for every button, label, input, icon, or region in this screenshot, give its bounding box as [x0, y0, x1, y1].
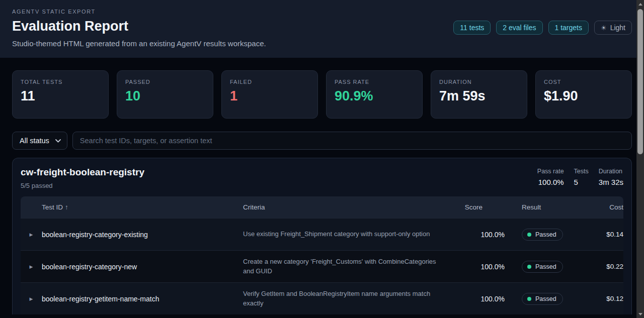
status-badge-label: Passed: [535, 231, 556, 238]
group-stats: Pass rate 100.0% Tests 5 Duration 3m 32s: [537, 167, 623, 186]
criteria-cell: Verify GetItem and BooleanRegistryItem n…: [243, 289, 449, 308]
stat-card-duration: DURATION 7m 59s: [431, 70, 527, 119]
targets-count-badge: 1 targets: [548, 21, 589, 35]
status-badge: Passed: [522, 293, 563, 305]
scroll-up-button[interactable]: [636, 0, 644, 8]
score-cell: 100.0%: [449, 231, 505, 239]
chevron-down-icon: [55, 139, 61, 143]
passed-dot-icon: [527, 233, 531, 237]
scroll-down-button[interactable]: [636, 310, 644, 318]
passed-dot-icon: [527, 297, 531, 301]
stat-label: TOTAL TESTS: [21, 79, 100, 85]
group-stat-label: Pass rate: [537, 168, 564, 175]
header-badges: 11 tests 2 eval files 1 targets ☀ Light: [453, 21, 632, 35]
sort-ascending-icon: ↑: [65, 203, 68, 211]
group-stat-tests: Tests 5: [574, 168, 589, 186]
main-content: TOTAL TESTS 11 PASSED 10 FAILED 1 PASS R…: [0, 70, 644, 314]
stat-label: PASS RATE: [335, 79, 414, 85]
column-header-criteria[interactable]: Criteria: [243, 203, 449, 211]
scroll-up-arrow-icon: [638, 3, 642, 6]
group-passed-count: 5/5 passed: [21, 182, 144, 189]
stat-card-passed: PASSED 10: [117, 70, 213, 119]
search-input[interactable]: [72, 132, 632, 150]
theme-toggle-button[interactable]: ☀ Light: [594, 21, 632, 35]
status-badge-label: Passed: [535, 263, 556, 270]
status-badge-label: Passed: [535, 295, 556, 302]
stat-label: PASSED: [125, 79, 205, 85]
group-stat-label: Tests: [574, 168, 589, 175]
stats-grid: TOTAL TESTS 11 PASSED 10 FAILED 1 PASS R…: [12, 70, 632, 119]
column-header-test-id[interactable]: Test ID↑: [42, 203, 243, 211]
group-stat-label: Duration: [599, 168, 623, 175]
column-header-result[interactable]: Result: [505, 203, 578, 211]
column-header-label: Test ID: [42, 203, 63, 211]
column-header-score[interactable]: Score: [449, 203, 505, 211]
page-subtitle: Studio-themed HTML generated from an exi…: [12, 39, 266, 48]
score-cell: 100.0%: [449, 295, 505, 303]
cost-cell: $0.14: [578, 231, 623, 238]
header-text-block: AGENTV STATIC EXPORT Evaluation Report S…: [12, 8, 266, 48]
expand-row-icon[interactable]: ▶: [21, 296, 42, 301]
header-band: AGENTV STATIC EXPORT Evaluation Report S…: [0, 0, 644, 58]
table-row[interactable]: ▶ boolean-registry-category-existing Use…: [21, 218, 623, 250]
group-header: cw-freight-boolean-registry 5/5 passed P…: [13, 158, 631, 196]
result-cell: Passed: [505, 261, 578, 273]
group-stat-value: 100.0%: [537, 178, 564, 186]
stat-value: 10: [125, 88, 205, 104]
criteria-cell: Create a new category 'Freight_Customs' …: [243, 257, 449, 276]
group-title: cw-freight-boolean-registry: [21, 167, 144, 178]
table-header-row: Test ID↑ Criteria Score Result Cost: [21, 196, 623, 218]
page-title: Evaluation Report: [12, 19, 266, 34]
stat-value: 1: [230, 88, 309, 104]
stat-label: COST: [544, 79, 623, 85]
result-cell: Passed: [505, 293, 578, 305]
test-id-cell: boolean-registry-getitem-name-match: [42, 295, 243, 303]
stat-value: 11: [21, 88, 100, 104]
stat-value: 7m 59s: [439, 88, 519, 104]
results-table: Test ID↑ Criteria Score Result Cost ▶ bo…: [21, 196, 623, 314]
eval-files-count-badge: 2 eval files: [496, 21, 542, 35]
eyebrow-label: AGENTV STATIC EXPORT: [12, 9, 266, 15]
result-cell: Passed: [505, 229, 578, 241]
stat-label: FAILED: [230, 79, 309, 85]
stat-card-total-tests: TOTAL TESTS 11: [12, 70, 109, 119]
group-header-left: cw-freight-boolean-registry 5/5 passed: [21, 167, 144, 189]
stat-card-failed: FAILED 1: [221, 70, 318, 119]
scrollbar-thumb[interactable]: [637, 9, 643, 154]
stat-card-pass-rate: PASS RATE 90.9%: [326, 70, 423, 119]
filter-row: All status: [12, 132, 632, 150]
theme-toggle-label: Light: [610, 24, 625, 32]
group-stat-duration: Duration 3m 32s: [599, 168, 623, 186]
expand-row-icon[interactable]: ▶: [21, 232, 42, 237]
cost-cell: $0.12: [578, 295, 623, 302]
stat-value: 90.9%: [335, 88, 414, 104]
stat-label: DURATION: [439, 79, 519, 85]
column-header-cost[interactable]: Cost: [578, 203, 623, 211]
score-cell: 100.0%: [449, 263, 505, 271]
group-stat-value: 3m 32s: [599, 178, 623, 186]
stat-card-cost: COST $1.90: [535, 70, 632, 119]
criteria-cell: Use existing Freight_Shipment category w…: [243, 230, 449, 239]
scrollbar[interactable]: [636, 0, 644, 318]
stat-value: $1.90: [544, 88, 623, 104]
test-id-cell: boolean-registry-category-new: [42, 263, 243, 271]
tests-count-badge: 11 tests: [453, 21, 491, 35]
group-stat-value: 5: [574, 178, 589, 186]
sun-icon: ☀: [601, 24, 607, 32]
group-stat-pass-rate: Pass rate 100.0%: [537, 168, 564, 186]
passed-dot-icon: [527, 265, 531, 269]
status-badge: Passed: [522, 261, 563, 273]
eval-group-card: cw-freight-boolean-registry 5/5 passed P…: [12, 158, 632, 314]
expand-row-icon[interactable]: ▶: [21, 264, 42, 269]
status-filter-select[interactable]: All status: [12, 132, 67, 150]
test-id-cell: boolean-registry-category-existing: [42, 231, 243, 239]
status-filter-value: All status: [20, 137, 49, 145]
scroll-down-arrow-icon: [638, 313, 642, 315]
status-badge: Passed: [522, 229, 563, 241]
cost-cell: $0.22: [578, 263, 623, 270]
table-row[interactable]: ▶ boolean-registry-getitem-name-match Ve…: [21, 282, 623, 314]
table-row[interactable]: ▶ boolean-registry-category-new Create a…: [21, 250, 623, 282]
